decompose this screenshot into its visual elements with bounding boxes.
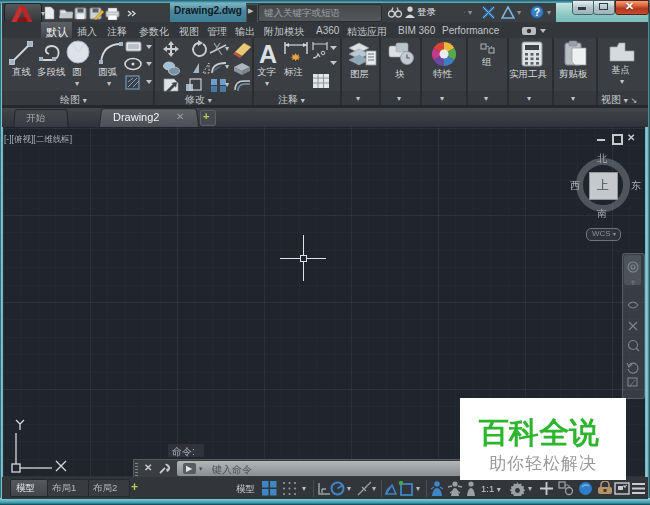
svg-text:?: ? — [534, 7, 540, 18]
